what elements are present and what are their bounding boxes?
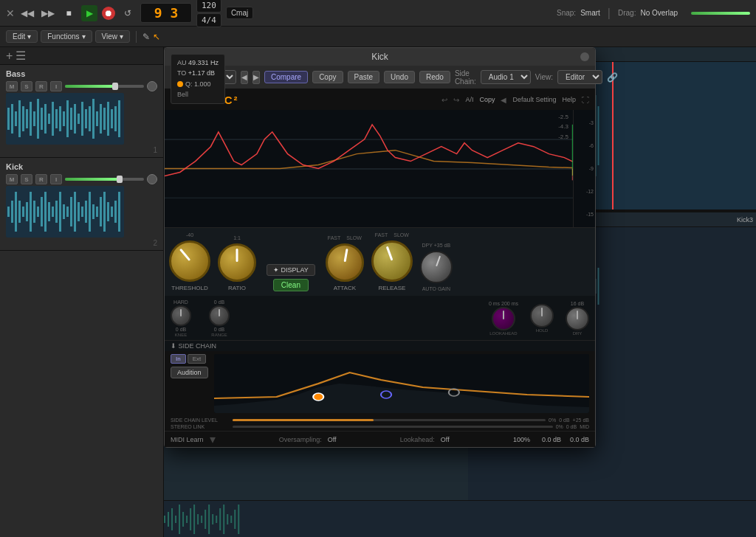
compare-button[interactable]: Compare (264, 71, 308, 83)
paste-button[interactable]: Paste (348, 71, 380, 83)
rewind-btn[interactable]: ◀◀ (19, 5, 35, 21)
drag-label: Drag: (618, 9, 636, 17)
svg-rect-267 (171, 508, 173, 530)
bass-waveform-thumb (6, 93, 124, 145)
next-preset-btn[interactable]: ▶ (252, 71, 260, 84)
bottom-waveform-strip (164, 500, 756, 537)
in-btn[interactable]: In (171, 354, 186, 364)
svg-rect-6 (26, 109, 28, 128)
audition-btn[interactable]: Audition (171, 367, 208, 378)
undo-button[interactable]: Undo (384, 71, 415, 83)
svg-rect-53 (81, 207, 83, 217)
svg-rect-216 (598, 106, 599, 165)
bass-pan-knob[interactable] (147, 81, 157, 91)
svg-rect-42 (41, 197, 43, 226)
bpm-display[interactable]: 120 (196, 0, 221, 13)
list-icon[interactable]: ☰ (16, 49, 26, 63)
svg-rect-268 (175, 516, 176, 523)
main-layout: + ☰ Bass M S R I (0, 47, 756, 537)
oversampling-value[interactable]: Off (328, 436, 337, 443)
cycle-btn[interactable]: ↺ (120, 5, 136, 21)
release-label: RELEASE (378, 285, 405, 291)
lookahead-info-value[interactable]: Off (441, 436, 450, 443)
bass-mute-btn[interactable]: M (6, 81, 18, 91)
add-track-icon[interactable]: + (6, 49, 13, 63)
ab-copy-btn[interactable]: Copy (479, 96, 495, 103)
copy-button[interactable]: Copy (312, 71, 343, 83)
cursor-tool[interactable]: ↖ (153, 32, 160, 42)
kick-rec-btn[interactable]: R (35, 174, 47, 184)
knobs-row: -40 THRESHOLD 1:1 RATIO (165, 228, 595, 296)
view-menu[interactable]: View ▾ (95, 30, 131, 43)
redo-icon[interactable]: ↪ (453, 96, 459, 104)
oversampling-label: Oversampling: (279, 436, 322, 443)
view-selector[interactable]: Editor (557, 70, 602, 84)
ratio-label: RATIO (228, 285, 246, 291)
range-knob[interactable] (209, 305, 230, 326)
ratio-knob[interactable] (218, 243, 256, 282)
style-btn[interactable]: Clean (273, 279, 309, 291)
bass-input-btn[interactable]: I (50, 81, 62, 91)
fast-forward-btn[interactable]: ▶▶ (40, 5, 56, 21)
svg-rect-24 (92, 99, 94, 139)
view-label: View: (535, 73, 553, 81)
plugin-close-btn[interactable] (580, 52, 589, 61)
pencil-tool[interactable]: ✎ (142, 32, 150, 42)
sidechain-selector[interactable]: Audio 1 (481, 70, 531, 84)
svg-rect-284 (234, 510, 236, 529)
snap-value[interactable]: Smart (580, 9, 600, 17)
knee-knob[interactable] (171, 305, 191, 326)
prev-btn[interactable]: ◀ (501, 96, 506, 104)
svg-rect-265 (164, 516, 165, 523)
display-btn[interactable]: ✦ DISPLAY (267, 264, 315, 276)
svg-rect-271 (186, 516, 188, 523)
release-knob[interactable] (371, 240, 413, 282)
svg-rect-62 (114, 201, 117, 223)
kick-track-item: Kick M S R I (0, 158, 163, 251)
svg-rect-38 (26, 202, 28, 221)
bass-track-name: Bass (6, 69, 157, 78)
redo-button[interactable]: Redo (419, 71, 450, 83)
svg-rect-281 (223, 505, 224, 534)
play-btn[interactable]: ▶ (81, 5, 97, 21)
svg-rect-9 (37, 99, 39, 139)
drag-value[interactable]: No Overlap (640, 9, 678, 17)
fabfilter-bar: fabfilter Pro·C² ↩ ↪ A/I Copy ◀ Default … (165, 89, 595, 110)
attack-label: ATTACK (334, 285, 356, 291)
attack-knob[interactable] (326, 243, 364, 282)
threshold-knob[interactable] (169, 240, 210, 282)
undo-icon[interactable]: ↩ (441, 96, 447, 104)
link-icon[interactable]: 🔗 (607, 72, 618, 83)
svg-rect-274 (197, 514, 199, 524)
svg-rect-52 (78, 202, 80, 221)
svg-rect-12 (48, 114, 50, 124)
kick-mute-btn[interactable]: M (6, 174, 18, 184)
kick-pan-knob[interactable] (147, 174, 157, 184)
record-btn[interactable]: ⏺ (102, 7, 115, 20)
stop-btn[interactable]: ■ (61, 5, 77, 21)
master-volume-slider[interactable] (691, 12, 750, 15)
dry-knob[interactable] (566, 307, 589, 330)
svg-rect-8 (33, 111, 35, 126)
kick-fader[interactable] (65, 178, 144, 181)
prev-preset-btn[interactable]: ◀ (241, 71, 248, 84)
svg-rect-10 (41, 108, 43, 130)
kick-solo-btn[interactable]: S (21, 174, 32, 184)
hold-knob[interactable] (530, 304, 554, 328)
time-sig-display[interactable]: 4/4 (196, 13, 221, 27)
key-display[interactable]: Cmaj (226, 7, 253, 19)
bass-fader[interactable] (65, 85, 144, 88)
bass-rec-btn[interactable]: R (35, 81, 47, 91)
svg-rect-55 (89, 192, 91, 232)
bass-solo-btn[interactable]: S (21, 81, 32, 91)
ext-btn[interactable]: Ext (188, 354, 207, 364)
help-btn[interactable]: Help (562, 96, 576, 103)
midi-learn-btn[interactable]: MIDI Learn (171, 436, 204, 443)
lookahead-knob[interactable] (492, 307, 515, 330)
functions-menu[interactable]: Functions ▾ (41, 30, 92, 43)
kick-input-btn[interactable]: I (50, 174, 62, 184)
svg-rect-279 (216, 516, 217, 523)
edit-menu[interactable]: Edit ▾ (6, 30, 38, 43)
expand-icon[interactable]: ⛶ (582, 96, 589, 104)
gain-knob[interactable] (420, 251, 453, 283)
